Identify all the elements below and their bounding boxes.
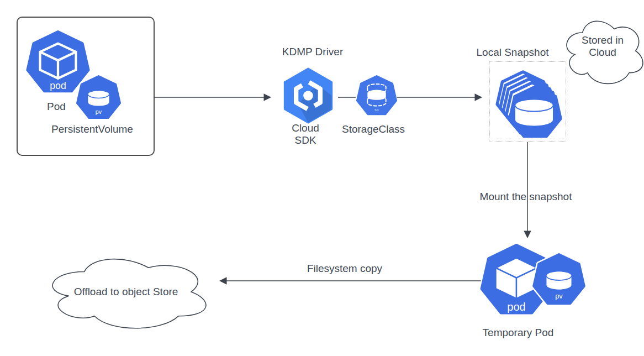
pv-badge: pv <box>555 292 563 300</box>
sc-badge: sc <box>374 107 379 112</box>
pod-badge: pod <box>50 80 66 91</box>
persistentvolume-caption: PersistentVolume <box>51 123 133 135</box>
cloud-sdk-caption: Cloud SDK <box>292 122 319 146</box>
filesystem-copy-edge-label: Filesystem copy <box>307 263 382 275</box>
pod-badge: pod <box>507 301 526 313</box>
stored-in-cloud-label: Stored in Cloud <box>582 34 624 59</box>
kdmp-driver-title: KDMP Driver <box>282 46 344 58</box>
storageclass-icon[interactable]: sc <box>356 75 398 117</box>
pod-caption: Pod <box>47 101 66 113</box>
pv-badge: pv <box>96 108 102 115</box>
offload-cloud-label: Offload to object Store <box>74 286 178 298</box>
temporary-pod-caption: Temporary Pod <box>483 327 554 339</box>
cloud-sdk-icon[interactable] <box>279 67 337 124</box>
mount-snapshot-edge-label: Mount the snapshot <box>480 191 572 203</box>
pv-icon[interactable]: pv <box>76 75 122 121</box>
storageclass-caption: StorageClass <box>342 123 405 135</box>
cylinder-icon <box>515 100 553 126</box>
snapshot-stack-icon[interactable] <box>489 61 566 142</box>
temporary-pv-icon[interactable]: pv <box>532 253 586 307</box>
local-snapshot-title: Local Snapshot <box>477 46 549 59</box>
